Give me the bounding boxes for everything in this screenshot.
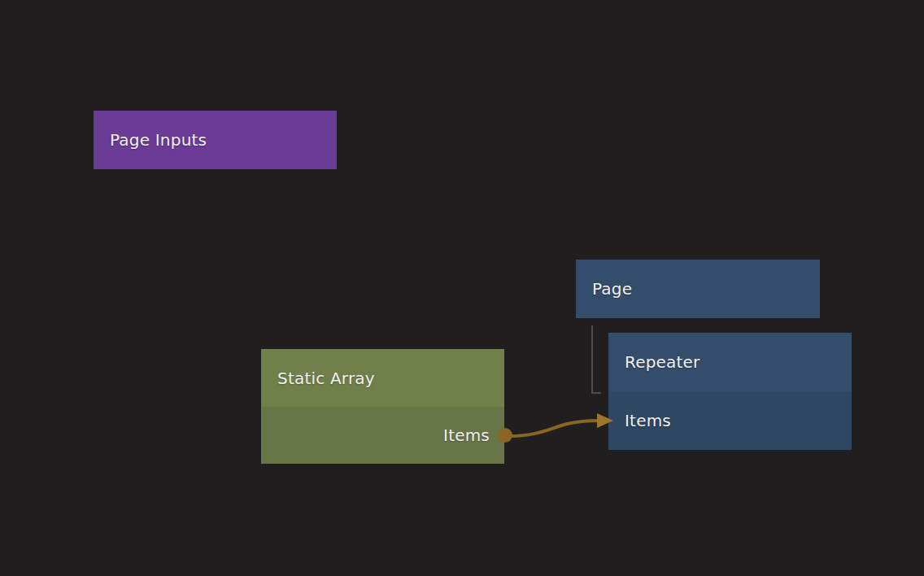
page-repeater-tree-connector-line [592, 325, 601, 393]
node-page-inputs[interactable]: Page Inputs [94, 111, 337, 169]
node-page[interactable]: Page [576, 260, 820, 318]
static-array-items-output-port-row[interactable]: Items [261, 407, 504, 464]
node-page-title: Page [576, 260, 820, 318]
node-page-inputs-title: Page Inputs [94, 111, 337, 169]
edge-static-array-items-to-repeater-items[interactable] [510, 421, 598, 436]
repeater-items-input-port-row[interactable]: Items [608, 391, 852, 450]
node-static-array[interactable]: Static Array Items [261, 349, 504, 464]
node-static-array-title: Static Array [261, 349, 504, 407]
node-repeater[interactable]: Repeater Items [608, 333, 852, 450]
node-repeater-title: Repeater [608, 333, 852, 391]
node-editor-canvas[interactable]: Page Inputs Page Repeater Items Static A… [0, 0, 924, 576]
static-array-items-port-label: Items [443, 425, 490, 445]
repeater-items-port-label: Items [625, 411, 671, 430]
